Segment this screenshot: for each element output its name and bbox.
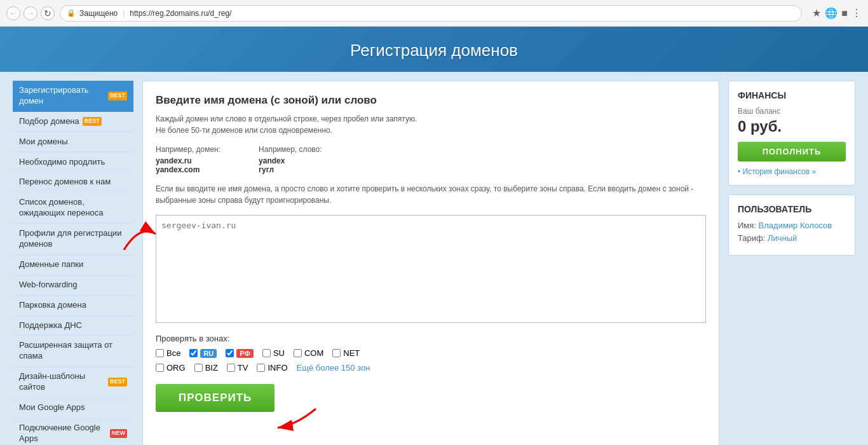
- browser-toolbar-icons: ★ 🌐 ■ ⋮: [812, 7, 862, 19]
- menu-icon[interactable]: ⋮: [851, 7, 862, 19]
- main-form-area: Введите имя домена (с зоной) или слово К…: [142, 81, 719, 445]
- address-bar[interactable]: 🔒 Защищено | https://reg.2domains.ru/d_r…: [60, 5, 802, 22]
- url-text: https://reg.2domains.ru/d_reg/: [130, 9, 231, 18]
- sidebar-item-profiles[interactable]: Профили для регистрации доменов: [13, 224, 133, 255]
- user-name-link[interactable]: Владимир Колосов: [759, 221, 832, 230]
- zone-all-checkbox[interactable]: [156, 349, 164, 357]
- zone-net-label: NET: [343, 348, 360, 358]
- arrow-to-input: [121, 221, 159, 253]
- example-domain-val1: yandex.ru: [156, 156, 220, 165]
- sidebar-label-dns: Поддержка ДНС: [19, 320, 82, 331]
- zone-biz-checkbox[interactable]: [194, 364, 203, 372]
- domain-input[interactable]: [156, 215, 706, 323]
- sidebar-label-pending: Список доменов, ожидающих переноса: [19, 197, 127, 219]
- finances-title: ФИНАНСЫ: [738, 90, 846, 100]
- best-badge-templates: BEST: [108, 378, 127, 387]
- finances-box: ФИНАНСЫ Ваш баланс 0 руб. ПОПОЛНИТЬ • Ис…: [728, 81, 855, 186]
- zone-com-checkbox[interactable]: [294, 349, 302, 357]
- sidebar-label-transfer: Перенос доменов к нам: [19, 177, 111, 188]
- examples-row: Например, домен: yandex.ru yandex.com На…: [156, 145, 706, 174]
- page-title: Регистрация доменов: [0, 41, 868, 60]
- sidebar-item-connect-google-apps[interactable]: Подключение Google Apps NEW: [13, 418, 133, 445]
- zone-com-label: COM: [304, 348, 323, 358]
- sidebar-item-folders[interactable]: Доменные папки: [13, 255, 133, 275]
- star-icon[interactable]: ★: [812, 7, 821, 19]
- sidebar-item-my-google-apps[interactable]: Мои Google Apps: [13, 398, 133, 418]
- form-description: Каждый домен или слово в отдельной строк…: [156, 113, 706, 136]
- zone-info-checkbox[interactable]: [257, 364, 265, 372]
- example-word-val1: yandex: [259, 156, 322, 165]
- zone-tv[interactable]: TV: [227, 363, 248, 373]
- sidebar-label-profiles: Профили для регистрации доменов: [19, 228, 127, 250]
- zone-com[interactable]: COM: [294, 348, 323, 358]
- zones-row-2: ORG BIZ TV INFO Ещё более 150 зон: [156, 363, 706, 373]
- zone-biz[interactable]: BIZ: [194, 363, 218, 373]
- zone-net-checkbox[interactable]: [332, 349, 341, 357]
- sidebar-label-templates: Дизайн-шаблоны сайтов: [19, 371, 105, 393]
- sidebar-label-folders: Доменные папки: [19, 259, 83, 270]
- zone-rf-checkbox[interactable]: [226, 349, 234, 357]
- refresh-button[interactable]: ↻: [41, 6, 55, 20]
- zone-ru[interactable]: RU: [189, 349, 217, 358]
- user-tariff-link[interactable]: Личный: [768, 233, 797, 243]
- zone-info-label: INFO: [268, 363, 287, 373]
- zone-org-checkbox[interactable]: [156, 364, 164, 372]
- sidebar-item-my-domains[interactable]: Мои домены: [13, 132, 133, 153]
- page-header: Регистрация доменов: [0, 27, 868, 72]
- user-tariff-row: Тариф: Личный: [738, 233, 846, 243]
- sidebar-label-search: Подбор домена: [19, 116, 79, 127]
- balance-amount: 0 руб.: [738, 118, 846, 135]
- sidebar-item-register[interactable]: Зарегистрировать домен BEST: [13, 81, 133, 112]
- zone-net[interactable]: NET: [332, 348, 360, 358]
- back-button[interactable]: ←: [6, 6, 20, 20]
- sidebar-item-parking[interactable]: Парковка домена: [13, 296, 133, 316]
- sidebar-item-dns[interactable]: Поддержка ДНС: [13, 316, 133, 336]
- sidebar-item-transfer[interactable]: Перенос доменов к нам: [13, 172, 133, 193]
- zone-su-checkbox[interactable]: [262, 349, 271, 357]
- sidebar-item-pending[interactable]: Список доменов, ожидающих переноса: [13, 193, 133, 224]
- sidebar-item-webforward[interactable]: Web-forwarding: [13, 275, 133, 296]
- sidebar-item-templates[interactable]: Дизайн-шаблоны сайтов BEST: [13, 367, 133, 398]
- zone-tv-label: TV: [238, 363, 248, 373]
- topup-button[interactable]: ПОПОЛНИТЬ: [738, 142, 846, 161]
- sidebar-label-antispam: Расширенная защита от спама: [19, 340, 127, 362]
- new-badge-google-apps: NEW: [110, 429, 127, 438]
- example-domain-label: Например, домен:: [156, 145, 220, 154]
- sidebar-label-parking: Парковка домена: [19, 300, 86, 311]
- zone-all[interactable]: Все: [156, 348, 180, 358]
- balance-label: Ваш баланс: [738, 107, 846, 116]
- best-badge-register: BEST: [108, 92, 127, 100]
- zone-su-label: SU: [273, 348, 285, 358]
- zone-org[interactable]: ORG: [156, 363, 186, 373]
- sidebar-item-search[interactable]: Подбор домена BEST: [13, 112, 133, 132]
- textarea-container: [156, 215, 706, 334]
- extension-icon[interactable]: ■: [841, 8, 848, 19]
- forward-button[interactable]: →: [24, 6, 37, 20]
- sidebar-label-webforward: Web-forwarding: [19, 280, 78, 291]
- globe-icon[interactable]: 🌐: [825, 7, 837, 19]
- zone-tv-checkbox[interactable]: [227, 364, 235, 372]
- main-layout: Зарегистрировать домен BEST Подбор домен…: [0, 72, 868, 445]
- example-word-val2: гугл: [259, 165, 322, 174]
- zone-rf-badge: РФ: [236, 349, 254, 358]
- zone-ru-checkbox[interactable]: [189, 349, 198, 357]
- lock-icon: 🔒: [67, 9, 76, 17]
- history-link[interactable]: • История финансов »: [738, 167, 816, 176]
- sidebar-label-connect-google-apps: Подключение Google Apps: [19, 423, 107, 444]
- sidebar-label-my-google-apps: Мои Google Apps: [19, 402, 85, 413]
- zone-org-label: ORG: [166, 363, 186, 373]
- user-name-row: Имя: Владимир Колосов: [738, 221, 846, 230]
- zone-su[interactable]: SU: [262, 348, 285, 358]
- zone-rf[interactable]: РФ: [226, 349, 254, 358]
- zone-info[interactable]: INFO: [257, 363, 287, 373]
- more-zones-link[interactable]: Ещё более 150 зон: [297, 363, 370, 373]
- sidebar-item-antispam[interactable]: Расширенная защита от спама: [13, 336, 133, 367]
- check-button[interactable]: ПРОВЕРИТЬ: [156, 384, 275, 412]
- zones-label: Проверять в зонах:: [156, 334, 706, 343]
- sidebar-label-register: Зарегистрировать домен: [19, 85, 105, 107]
- sidebar-item-renew[interactable]: Необходимо продлить: [13, 153, 133, 173]
- zones-hint: Если вы вводите не имя домена, а просто …: [156, 183, 706, 206]
- example-word-col: Например, слово: yandex гугл: [259, 145, 322, 174]
- user-name-label: Имя:: [738, 221, 756, 230]
- zone-biz-label: BIZ: [205, 363, 218, 373]
